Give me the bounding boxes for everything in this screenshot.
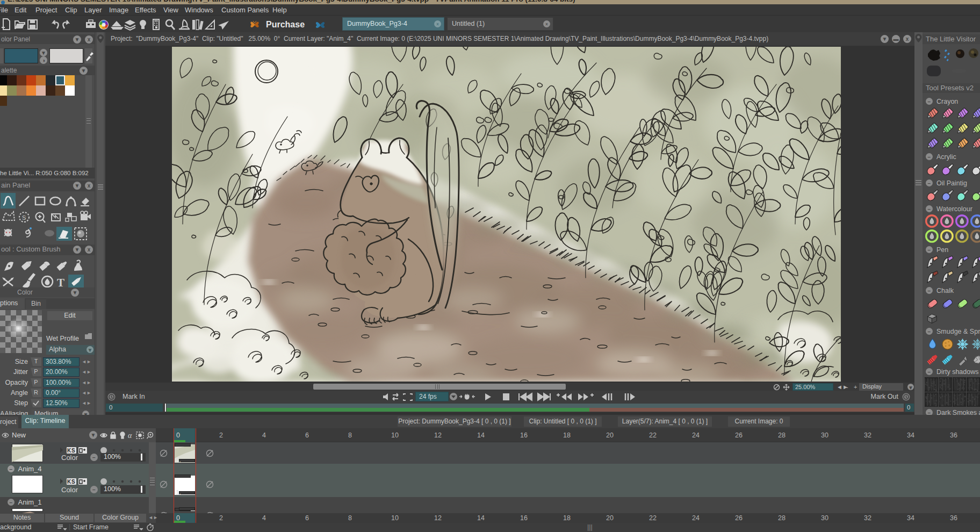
svg-text:S: S [22, 214, 26, 221]
svg-text:K: K [67, 448, 71, 454]
svg-text:K: K [67, 479, 71, 485]
svg-text:Purchase: Purchase [266, 20, 305, 29]
svg-text:S: S [71, 479, 75, 485]
svg-text:S: S [71, 448, 75, 454]
svg-text:α: α [128, 432, 132, 440]
